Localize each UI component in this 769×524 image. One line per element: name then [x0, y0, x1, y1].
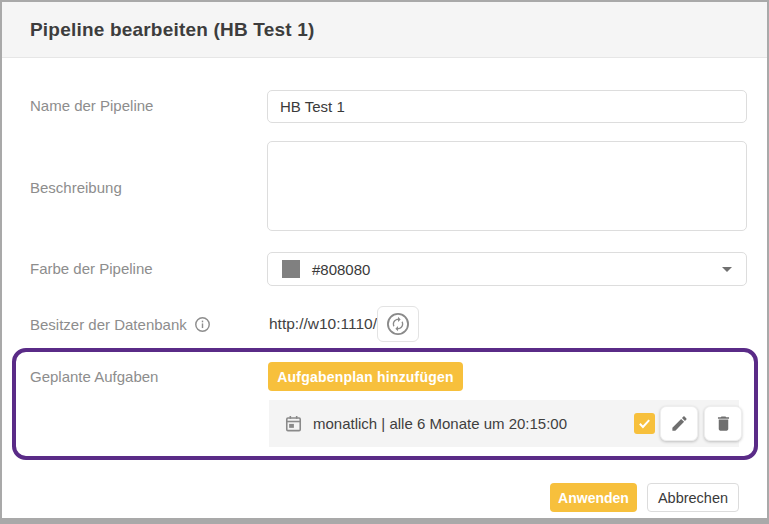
- check-icon: [637, 416, 652, 431]
- cancel-button[interactable]: Abbrechen: [647, 483, 739, 512]
- delete-task-button[interactable]: [704, 406, 742, 441]
- owner-label: Besitzer der Datenbank: [30, 316, 211, 333]
- description-textarea[interactable]: [267, 141, 747, 231]
- edit-pipeline-dialog: Pipeline bearbeiten (HB Test 1) Name der…: [0, 0, 769, 524]
- color-swatch: [282, 260, 300, 278]
- color-select[interactable]: #808080: [267, 252, 747, 286]
- refresh-owner-button[interactable]: [377, 306, 419, 342]
- dialog-header: Pipeline bearbeiten (HB Test 1): [2, 2, 767, 58]
- info-icon: [194, 316, 211, 333]
- task-schedule-text: monatlich | alle 6 Monate um 20:15:00: [313, 415, 567, 432]
- color-label: Farbe der Pipeline: [30, 260, 153, 277]
- pencil-icon: [670, 414, 689, 433]
- caret-down-icon: [722, 267, 732, 272]
- dialog-title: Pipeline bearbeiten (HB Test 1): [30, 19, 315, 41]
- calendar-icon: [284, 414, 303, 433]
- description-label: Beschreibung: [30, 179, 122, 196]
- add-task-plan-button[interactable]: Aufgabenplan hinzufügen: [268, 362, 463, 391]
- owner-url-value: http://w10:1110/: [269, 315, 377, 333]
- edit-task-button[interactable]: [660, 406, 698, 441]
- refresh-icon: [385, 311, 411, 337]
- owner-label-text: Besitzer der Datenbank: [30, 316, 187, 333]
- trash-icon: [714, 414, 733, 433]
- task-enabled-checkbox[interactable]: [634, 413, 655, 434]
- color-value: #808080: [312, 261, 370, 278]
- name-label: Name der Pipeline: [30, 97, 153, 114]
- tasks-label: Geplante Aufgaben: [30, 368, 158, 385]
- apply-button[interactable]: Anwenden: [550, 483, 637, 512]
- pipeline-name-input[interactable]: [267, 90, 747, 123]
